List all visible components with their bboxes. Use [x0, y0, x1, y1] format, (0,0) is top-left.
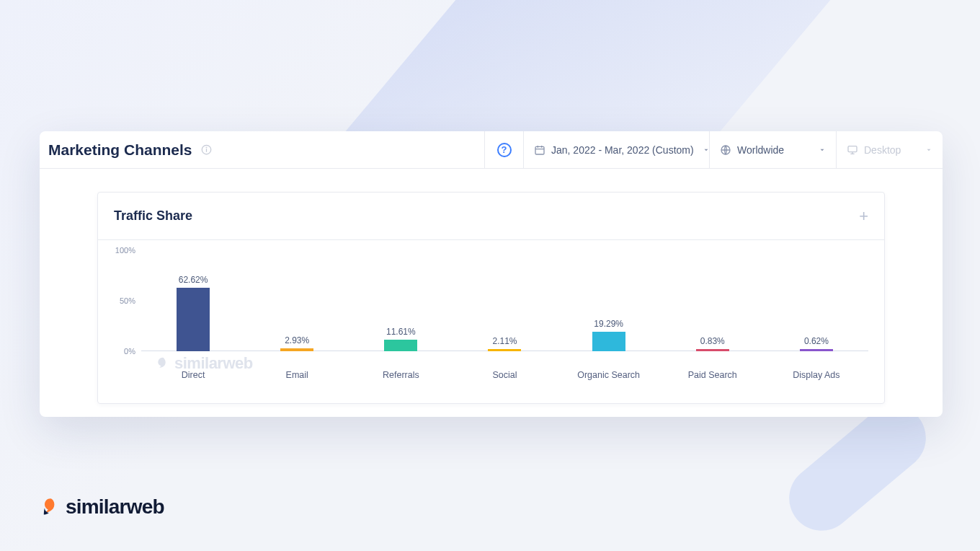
x-axis-label: Display Ads	[765, 370, 868, 380]
traffic-share-card: Traffic Share + 100% 50% 0% similarweb 6…	[97, 192, 885, 404]
similarweb-logo-icon	[40, 497, 60, 517]
bar-col: 0.83%	[661, 250, 765, 351]
marketing-channels-panel: Marketing Channels ? Jan, 2022 - Mar, 20…	[40, 131, 943, 417]
bar-value-label: 62.62%	[179, 275, 208, 285]
x-axis-label: Organic Search	[557, 370, 661, 380]
x-axis-labels: DirectEmailReferralsSocialOrganic Search…	[141, 370, 868, 380]
bar-col: 2.11%	[453, 250, 556, 351]
help-icon[interactable]: ?	[484, 131, 523, 169]
bar-col: 19.29%	[557, 250, 661, 351]
geo-dropdown[interactable]: Worldwide	[709, 131, 836, 169]
chevron-down-icon	[925, 144, 932, 156]
brand-text: similarweb	[66, 495, 164, 519]
info-icon[interactable]	[201, 144, 212, 155]
bar-col: 0.62%	[765, 250, 868, 351]
card-title: Traffic Share	[114, 208, 192, 224]
bar-value-label: 2.93%	[285, 335, 309, 345]
calendar-icon	[534, 144, 545, 156]
x-axis-label: Social	[453, 370, 556, 380]
plus-icon[interactable]: +	[859, 207, 868, 226]
svg-rect-8	[848, 146, 857, 151]
globe-icon	[720, 144, 731, 156]
device-label: Desktop	[864, 144, 901, 156]
bar[interactable]	[488, 349, 521, 351]
bar[interactable]	[384, 340, 417, 351]
monitor-icon	[847, 144, 858, 156]
bar-col: 2.93%	[245, 250, 349, 351]
x-axis-label: Paid Search	[661, 370, 765, 380]
bar-value-label: 19.29%	[594, 319, 623, 329]
bar[interactable]	[592, 332, 625, 351]
x-axis-label: Direct	[141, 370, 245, 380]
y-tick: 50%	[98, 296, 135, 305]
bar-value-label: 2.11%	[492, 336, 517, 346]
chevron-down-icon	[819, 144, 826, 156]
bar[interactable]	[800, 349, 833, 351]
panel-title-group: Marketing Channels	[40, 141, 484, 159]
card-header: Traffic Share +	[98, 193, 884, 240]
page-title: Marketing Channels	[48, 141, 192, 159]
y-tick: 0%	[98, 347, 135, 356]
bar-col: 11.61%	[349, 250, 453, 351]
daterange-dropdown[interactable]: Jan, 2022 - Mar, 2022 (Custom)	[523, 131, 709, 169]
bar[interactable]	[696, 349, 729, 351]
x-axis-label: Email	[245, 370, 349, 380]
bars-container: 62.62%2.93%11.61%2.11%19.29%0.83%0.62%	[141, 250, 868, 351]
x-axis-label: Referrals	[349, 370, 453, 380]
bar-value-label: 0.83%	[700, 336, 725, 346]
bar[interactable]	[177, 288, 210, 351]
daterange-label: Jan, 2022 - Mar, 2022 (Custom)	[551, 144, 694, 156]
panel-header: Marketing Channels ? Jan, 2022 - Mar, 20…	[40, 131, 943, 169]
bar[interactable]	[280, 348, 313, 351]
brand: similarweb	[40, 495, 164, 519]
chart-area: 100% 50% 0% similarweb 62.62%2.93%11.61%…	[98, 240, 884, 392]
geo-label: Worldwide	[737, 144, 784, 156]
bar-value-label: 0.62%	[804, 336, 829, 346]
svg-rect-3	[535, 146, 544, 154]
device-dropdown: Desktop	[836, 131, 943, 169]
y-tick: 100%	[98, 246, 135, 255]
similarweb-logo-icon	[156, 356, 170, 371]
bar-col: 62.62%	[141, 250, 245, 351]
svg-point-2	[206, 147, 207, 148]
y-axis: 100% 50% 0%	[98, 250, 141, 351]
bar-value-label: 11.61%	[386, 327, 416, 337]
help-icon-glyph: ?	[497, 143, 512, 157]
